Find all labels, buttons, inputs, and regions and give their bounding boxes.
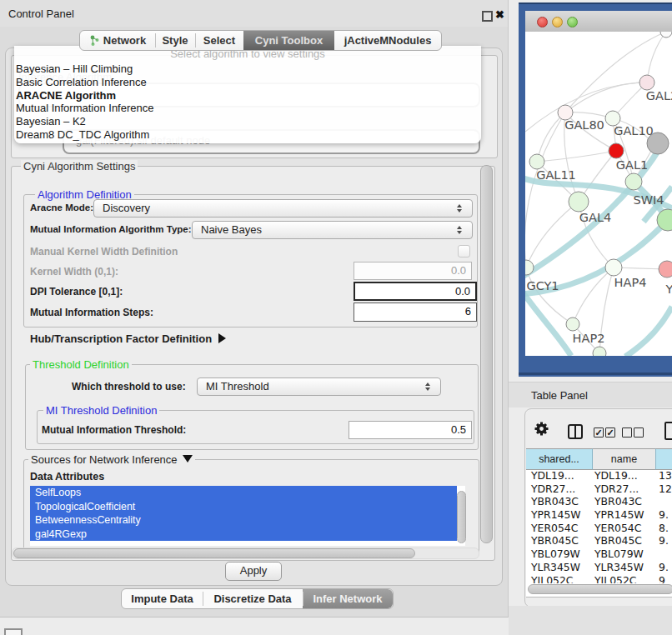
- graph-node-label: HAP2: [573, 332, 605, 345]
- algorithm-option[interactable]: Basic Correlation Inference: [14, 76, 481, 89]
- graph-node-label: GAL10: [614, 124, 654, 138]
- manual-kernel-checkbox[interactable]: [458, 245, 470, 258]
- table-row[interactable]: YPR145WYPR145W9.: [526, 508, 672, 522]
- checkbox-unchecked-icon[interactable]: [622, 428, 632, 438]
- checkbox-checked-icon[interactable]: ✓: [605, 428, 615, 438]
- list-vscrollbar[interactable]: [457, 491, 466, 543]
- attribute-item[interactable]: gal4RGexp: [30, 528, 457, 542]
- graph-node-label: GCY1: [526, 279, 559, 292]
- tab-network[interactable]: Network: [80, 31, 155, 50]
- dpi-tolerance-field[interactable]: 0.0: [354, 282, 477, 301]
- hub-definition-toggle[interactable]: Hub/Transcription Factor Definition: [30, 332, 226, 345]
- table-row[interactable]: YBL079WYBL079W: [526, 548, 672, 561]
- close-icon[interactable]: ✖: [495, 9, 504, 20]
- mi-threshold-title: MI Threshold Definition: [43, 404, 159, 417]
- table-panel-title: Table Panel: [531, 389, 588, 402]
- mi-type-select[interactable]: Naive Bayes: [192, 221, 473, 239]
- tab-cyni-toolbox[interactable]: Cyni Toolbox: [243, 31, 334, 50]
- page: Control Panel ✖ Inference Algorithm gal(…: [0, 0, 672, 635]
- tab-jactivemnodules[interactable]: jActiveMNodules: [334, 31, 441, 50]
- mi-steps-field[interactable]: 6: [354, 302, 477, 322]
- table-row[interactable]: YDR27...YDR27...12: [526, 482, 672, 496]
- graph-node-label: Y: [665, 282, 672, 296]
- which-threshold-select[interactable]: MI Threshold: [197, 378, 441, 396]
- graph-node[interactable]: [593, 347, 606, 356]
- graph-node[interactable]: [639, 75, 654, 90]
- graph-node-label: SWI4: [633, 193, 664, 207]
- select-arrows: [425, 382, 431, 391]
- desktop-area: [509, 606, 672, 635]
- apply-button[interactable]: Apply: [225, 562, 282, 581]
- checkbox-checked-icon[interactable]: ✓: [594, 428, 604, 438]
- algorithm-option[interactable]: Bayesian – Hill Climbing: [14, 62, 481, 76]
- algorithm-option[interactable]: Dream8 DC_TDC Algorithm: [14, 128, 481, 142]
- mi-threshold-field[interactable]: 0.5: [349, 421, 472, 439]
- data-attributes-list[interactable]: SelfLoopsTopologicalCoefficientBetweenne…: [30, 486, 465, 546]
- tab-discretize-data[interactable]: Discretize Data: [203, 589, 303, 608]
- table-row[interactable]: YBR045CYBR045C9.: [526, 534, 672, 548]
- tab-impute-data[interactable]: Impute Data: [122, 589, 203, 608]
- tab-select[interactable]: Select: [195, 31, 243, 50]
- float-icon[interactable]: [482, 11, 493, 22]
- zoom-traffic-light[interactable]: [567, 17, 578, 28]
- table-row[interactable]: YER054CYER054C8.: [526, 522, 672, 535]
- graph-node[interactable]: [625, 173, 642, 190]
- table-row[interactable]: YBR043CYBR043C: [526, 495, 672, 508]
- table-row[interactable]: YLR345WYLR345W9.: [526, 561, 672, 574]
- settings-vscrollbar[interactable]: [480, 165, 493, 543]
- node-table[interactable]: shared... name YDL19...YDL19...13YDR27..…: [526, 448, 672, 597]
- collapse-down-icon: [183, 455, 193, 462]
- window-title: Control Panel: [8, 8, 74, 20]
- attribute-item[interactable]: SelfLoops: [30, 486, 457, 500]
- select-arrows: [457, 204, 463, 212]
- algorithm-option[interactable]: ARACNE Algorithm: [14, 89, 481, 102]
- dpi-tolerance-label: DPI Tolerance [0,1]:: [30, 286, 123, 298]
- which-threshold-label: Which threshold to use:: [72, 381, 186, 392]
- document-icon[interactable]: [664, 422, 672, 440]
- table-panel-titlebar: Table Panel: [509, 382, 672, 408]
- expand-right-icon: [218, 333, 226, 343]
- graph-node-label: GAL11: [536, 168, 576, 182]
- graph-node[interactable]: [605, 259, 622, 276]
- table-hscrollbar[interactable]: [528, 584, 672, 594]
- threshold-definition-title: Threshold Definition: [30, 358, 132, 371]
- mi-type-label: Mutual Information Algorithm Type:: [30, 224, 192, 234]
- minimize-traffic-light[interactable]: [552, 17, 563, 28]
- column-header-name[interactable]: name: [593, 448, 656, 470]
- graph-node[interactable]: [659, 261, 672, 278]
- attribute-item[interactable]: TopologicalCoefficient: [30, 500, 457, 514]
- graph-node-label: GAL1: [616, 158, 648, 172]
- graph-node-label: GAL2: [646, 89, 672, 102]
- cyni-settings-title: Cyni Algorithm Settings: [21, 160, 138, 172]
- data-attributes-label: Data Attributes: [30, 471, 104, 482]
- graph-node[interactable]: [529, 154, 544, 169]
- graph-node[interactable]: [566, 318, 579, 331]
- graph-node[interactable]: [569, 192, 589, 212]
- control-panel-titlebar: Control Panel ✖: [0, 0, 508, 27]
- column-header-partial[interactable]: [656, 448, 672, 470]
- algorithm-option[interactable]: Bayesian – K2: [14, 115, 481, 128]
- algorithm-option[interactable]: Mutual Information Inference: [14, 102, 481, 115]
- settings-hscrollbar[interactable]: [13, 548, 415, 558]
- graph-node[interactable]: [647, 132, 669, 154]
- network-titlebar[interactable]: [525, 11, 672, 32]
- table-row[interactable]: YIL052CYIL052C9: [526, 574, 672, 584]
- graph-node[interactable]: [609, 143, 624, 158]
- tab-style[interactable]: Style: [155, 31, 195, 50]
- network-canvas[interactable]: GAL2GAL80GAL10GAL1GAL11SWI4GAL4HAP4YGCY1…: [525, 32, 672, 356]
- aracne-mode-select[interactable]: Discovery: [93, 199, 473, 218]
- kernel-width-label: Kernel Width (0,1):: [30, 266, 118, 278]
- graph-node-label: GAL80: [564, 118, 604, 132]
- column-header-shared[interactable]: shared...: [526, 448, 593, 470]
- table-row[interactable]: YDL19...YDL19...13: [526, 469, 672, 482]
- kernel-width-field[interactable]: 0.0: [354, 262, 472, 280]
- columns-icon[interactable]: [568, 424, 583, 439]
- desktop-corner-icon[interactable]: [4, 628, 23, 635]
- checkbox-unchecked-icon[interactable]: [634, 428, 644, 438]
- algorithm-dropdown: Select algorithm to view settings Bayesi…: [14, 46, 481, 143]
- attribute-item[interactable]: BetweennessCentrality: [30, 513, 457, 528]
- tab-infer-network[interactable]: Infer Network: [303, 589, 393, 608]
- gear-icon[interactable]: [534, 421, 549, 441]
- close-traffic-light[interactable]: [537, 17, 548, 28]
- sources-title[interactable]: Sources for Network Inference: [28, 453, 195, 466]
